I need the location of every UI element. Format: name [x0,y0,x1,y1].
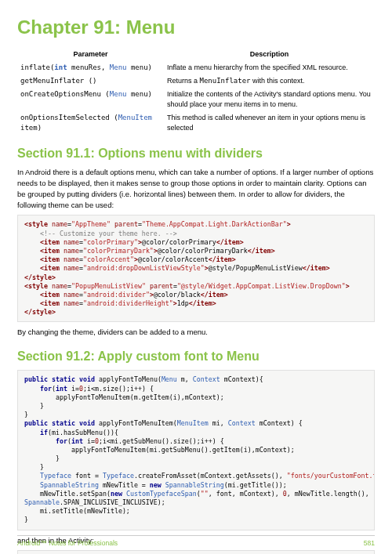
section-heading-2: Section 91.2: Apply custom font to Menu [17,347,375,365]
chapter-title: Chapter 91: Menu [17,14,375,42]
section-outro-1: By changing the theme, dividers can be a… [17,327,375,338]
style-code-block: <style name="AppTheme" parent="Theme.App… [17,215,375,322]
params-table: Parameter Description inflate(int menuRe… [17,48,375,135]
table-row: onOptionsItemSelected (MenuItem item) Th… [17,111,375,135]
page-footer: Android™ Notes for Professionals 581 [17,535,375,548]
footer-left: Android™ Notes for Professionals [17,538,118,548]
th-description: Description [164,48,375,61]
footer-page-number: 581 [364,538,375,548]
section-heading-1: Section 91.1: Options menu with dividers [17,144,375,162]
th-parameter: Parameter [17,48,164,61]
table-row: onCreateOptionsMenu (Menu menu) Initiali… [17,88,375,111]
java-code-block-2: @Override public boolean onCreateOptions… [17,550,375,554]
section-intro-1: In Android there is a default options me… [17,167,375,210]
table-row: getMenuInflater () Returns a MenuInflate… [17,74,375,88]
java-code-block-1: public static void applyFontToMenu(Menu … [17,370,375,530]
table-row: inflate(int menuRes, Menu menu) Inflate … [17,61,375,74]
